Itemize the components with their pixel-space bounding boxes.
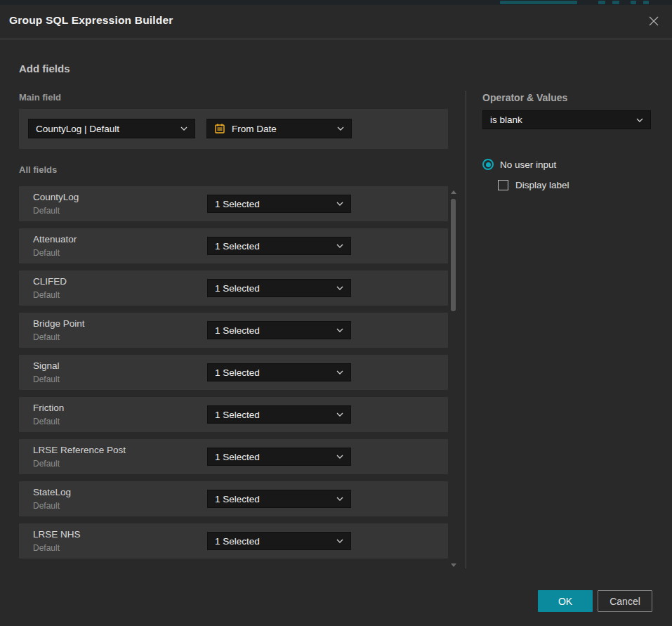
scrollbar-thumb[interactable]	[451, 199, 456, 311]
ok-button[interactable]: OK	[538, 590, 593, 612]
main-field-source-value: CountyLog | Default	[36, 124, 180, 134]
display-label-label: Display label	[515, 180, 569, 190]
field-name: Bridge Point	[33, 318, 85, 329]
field-row: Signal Default 1 Selected	[19, 355, 448, 390]
background-app-fragment	[631, 1, 636, 4]
add-fields-heading: Add fields	[19, 63, 70, 74]
scrollbar-down-arrow-icon[interactable]	[451, 563, 456, 567]
field-selected-value: 1 Selected	[215, 452, 336, 462]
calendar-icon	[214, 123, 225, 134]
field-row: CLIFED Default 1 Selected	[19, 270, 448, 306]
radio-selected-icon	[482, 159, 494, 170]
operator-dropdown[interactable]: is blank	[482, 110, 651, 129]
field-row: CountyLog Default 1 Selected	[19, 186, 448, 221]
field-name: CLIFED	[33, 276, 67, 287]
close-icon[interactable]	[645, 13, 662, 30]
chevron-down-icon	[180, 126, 187, 131]
field-selected-dropdown[interactable]: 1 Selected	[207, 237, 351, 255]
operator-value: is blank	[490, 115, 636, 125]
field-row: LRSE NHS Default 1 Selected	[19, 523, 448, 559]
field-name: Attenuator	[33, 234, 77, 244]
field-subtitle: Default	[33, 417, 60, 426]
field-subtitle: Default	[33, 459, 60, 469]
field-subtitle: Default	[33, 374, 60, 384]
field-row: Attenuator Default 1 Selected	[19, 228, 448, 263]
chevron-down-icon	[337, 126, 344, 131]
chevron-down-icon	[336, 539, 343, 543]
field-subtitle: Default	[33, 290, 60, 300]
chevron-down-icon	[636, 118, 643, 122]
field-row: Friction Default 1 Selected	[19, 397, 448, 432]
field-selected-dropdown[interactable]: 1 Selected	[207, 405, 351, 424]
cancel-button[interactable]: Cancel	[598, 590, 652, 612]
chevron-down-icon	[336, 412, 343, 417]
display-label-checkbox[interactable]: Display label	[498, 180, 569, 190]
dialog-titlebar: Group SQL Expression Builder	[0, 5, 672, 39]
chevron-down-icon	[336, 286, 343, 290]
field-name: LRSE Reference Post	[33, 445, 126, 455]
panel-divider	[466, 91, 466, 568]
main-field-source-dropdown[interactable]: CountyLog | Default	[28, 119, 195, 138]
no-user-input-radio[interactable]: No user input	[482, 159, 556, 170]
field-selected-dropdown[interactable]: 1 Selected	[207, 490, 351, 508]
field-selected-value: 1 Selected	[215, 199, 336, 209]
operator-values-heading: Operator & Values	[482, 92, 567, 103]
group-sql-expression-builder-dialog: Group SQL Expression Builder Add fields …	[0, 5, 672, 626]
chevron-down-icon	[336, 328, 343, 332]
titlebar-separator	[0, 39, 672, 39]
field-selected-dropdown[interactable]: 1 Selected	[207, 321, 351, 339]
background-app-strip	[0, 0, 672, 5]
field-name: LRSE NHS	[33, 529, 81, 540]
field-selected-value: 1 Selected	[215, 367, 336, 378]
field-selected-value: 1 Selected	[215, 241, 336, 252]
chevron-down-icon	[336, 497, 343, 501]
background-app-fragment	[598, 1, 605, 4]
chevron-down-icon	[336, 244, 343, 248]
field-name: Signal	[33, 360, 60, 371]
chevron-down-icon	[336, 370, 343, 374]
field-name: StateLog	[33, 487, 71, 497]
field-name: CountyLog	[33, 192, 79, 202]
field-selected-dropdown[interactable]: 1 Selected	[207, 532, 351, 550]
field-selected-value: 1 Selected	[215, 325, 336, 336]
main-field-panel: CountyLog | Default From Date	[19, 109, 448, 149]
field-selected-dropdown[interactable]: 1 Selected	[207, 279, 351, 297]
field-row: StateLog Default 1 Selected	[19, 481, 448, 516]
main-field-label: Main field	[19, 92, 61, 103]
field-selected-value: 1 Selected	[215, 283, 336, 294]
chevron-down-icon	[336, 455, 343, 459]
main-field-field-value: From Date	[232, 124, 337, 134]
field-selected-value: 1 Selected	[215, 536, 336, 547]
background-app-fragment	[500, 1, 577, 4]
background-app-fragment	[643, 1, 649, 4]
dialog-title: Group SQL Expression Builder	[9, 14, 173, 27]
checkbox-unchecked-icon	[498, 180, 508, 190]
all-fields-label: All fields	[19, 164, 57, 175]
no-user-input-label: No user input	[500, 159, 556, 170]
scrollbar-up-arrow-icon[interactable]	[451, 190, 456, 194]
field-row: LRSE Reference Post Default 1 Selected	[19, 439, 448, 474]
field-subtitle: Default	[33, 501, 60, 511]
field-subtitle: Default	[33, 206, 60, 216]
field-selected-value: 1 Selected	[215, 494, 336, 504]
field-selected-dropdown[interactable]: 1 Selected	[207, 195, 351, 213]
chevron-down-icon	[336, 202, 343, 206]
field-selected-value: 1 Selected	[215, 410, 336, 420]
screen: Group SQL Expression Builder Add fields …	[0, 0, 672, 626]
background-app-fragment	[612, 1, 619, 4]
scrollbar[interactable]	[449, 189, 457, 568]
field-subtitle: Default	[33, 248, 60, 258]
main-field-field-dropdown[interactable]: From Date	[206, 119, 352, 138]
field-selected-dropdown[interactable]: 1 Selected	[207, 363, 351, 382]
field-name: Friction	[33, 403, 64, 413]
field-subtitle: Default	[33, 543, 60, 553]
field-selected-dropdown[interactable]: 1 Selected	[207, 448, 351, 466]
field-subtitle: Default	[33, 332, 60, 342]
field-row: Bridge Point Default 1 Selected	[19, 313, 448, 348]
